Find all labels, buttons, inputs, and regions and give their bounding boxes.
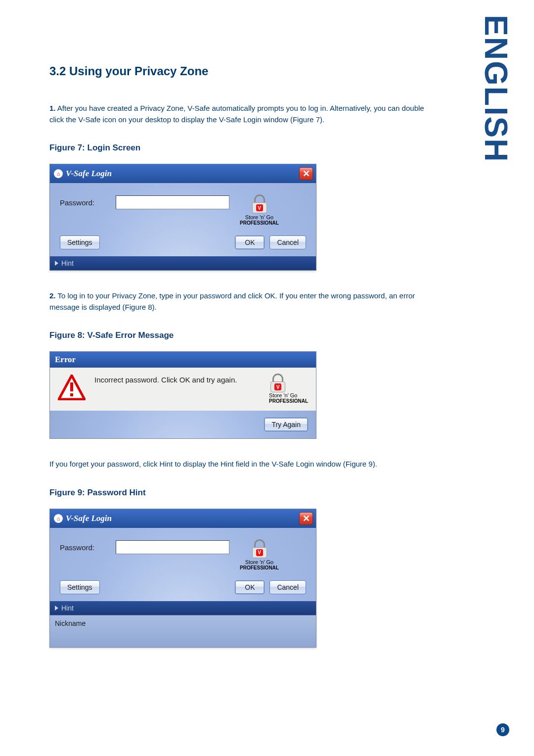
password-label: Password: [60,195,107,207]
error-message: Incorrect password. Click OK and try aga… [94,375,260,385]
ok-button[interactable]: OK [235,236,265,249]
login-dialog-hint: ⌂ V-Safe Login ✕ Password: V [49,509,316,648]
dialog-title: V-Safe Login [66,169,112,179]
brand-line2: PROFESSIONAL [240,565,279,570]
hint-toggle[interactable]: Hint [50,256,316,270]
brand-logo: V Store 'n' Go PROFESSIONAL [269,375,308,404]
brand-logo: V Store 'n' Go PROFESSIONAL [238,195,280,226]
figure-8: Error Incorrect password. Click OK and t… [49,351,440,439]
cancel-button[interactable]: Cancel [269,580,306,594]
step-2: 2. To log in to your Privacy Zone, type … [49,290,440,313]
after-fig8-text: If you forget your password, click Hint … [49,459,440,470]
brand-line2: PROFESSIONAL [240,220,279,226]
padlock-icon: V [269,375,287,392]
settings-button[interactable]: Settings [60,580,100,594]
close-icon: ✕ [303,514,310,523]
svg-rect-1 [70,382,73,391]
close-icon: ✕ [303,169,310,178]
close-button[interactable]: ✕ [299,167,313,180]
ok-button[interactable]: OK [235,580,265,594]
step-1: 1. After you have created a Privacy Zone… [49,103,440,125]
figure-7-caption: Figure 7: Login Screen [49,143,440,153]
app-icon: ⌂ [54,514,63,523]
hint-value: Nickname [55,619,311,627]
cancel-button[interactable]: Cancel [269,236,306,249]
app-icon: ⌂ [54,169,63,178]
try-again-button[interactable]: Try Again [264,418,308,431]
step-1-text: After you have created a Privacy Zone, V… [49,104,424,124]
section-heading: 3.2 Using your Privacy Zone [49,64,440,78]
figure-7: ⌂ V-Safe Login ✕ Password: V [49,164,440,271]
error-title: Error [50,352,316,368]
login-dialog: ⌂ V-Safe Login ✕ Password: V [49,164,316,271]
padlock-icon: V [251,195,268,213]
brand-line2: PROFESSIONAL [269,398,308,404]
hint-label: Hint [61,259,74,267]
brand-line1: Store 'n' Go [240,214,279,220]
page-content: 3.2 Using your Privacy Zone 1. After you… [0,0,490,648]
hint-panel: Nickname [50,615,316,647]
brand-line1: Store 'n' Go [269,392,308,398]
padlock-icon: V [251,540,268,558]
language-tab: ENGLISH [478,15,514,162]
figure-9: ⌂ V-Safe Login ✕ Password: V [49,509,440,648]
password-label: Password: [60,540,107,552]
step-2-number: 2. [49,291,56,300]
chevron-right-icon [55,261,58,266]
settings-button[interactable]: Settings [60,236,100,249]
error-dialog: Error Incorrect password. Click OK and t… [49,351,316,439]
hint-toggle[interactable]: Hint [50,601,316,615]
close-button[interactable]: ✕ [299,512,313,525]
password-input[interactable] [116,195,229,209]
password-input[interactable] [116,540,229,554]
dialog-title: V-Safe Login [66,514,112,523]
brand-line1: Store 'n' Go [240,559,279,565]
step-2-text: To log in to your Privacy Zone, type in … [49,291,415,311]
brand-logo: V Store 'n' Go PROFESSIONAL [238,540,280,570]
dialog-titlebar: ⌂ V-Safe Login ✕ [50,164,316,183]
step-1-number: 1. [49,104,56,112]
hint-label: Hint [61,604,74,612]
svg-rect-2 [70,393,73,396]
figure-8-caption: Figure 8: V-Safe Error Message [49,331,440,340]
figure-9-caption: Figure 9: Password Hint [49,488,440,498]
warning-icon [58,375,86,400]
page-number-badge: 9 [496,723,509,736]
dialog-titlebar: ⌂ V-Safe Login ✕ [50,509,316,528]
chevron-right-icon [55,606,58,611]
